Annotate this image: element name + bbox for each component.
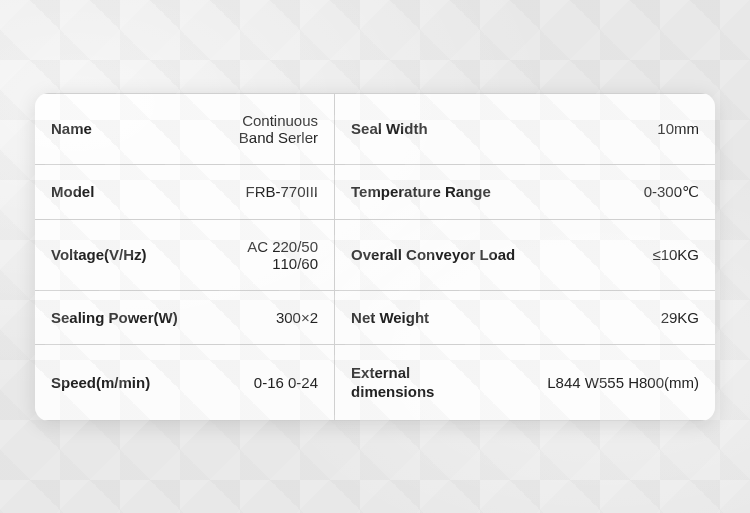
right-value-3: 29KG <box>531 290 715 344</box>
left-label-4: Speed(m/min) <box>35 344 194 420</box>
specs-card: NameContinuous Band SerlerSeal Width10mm… <box>35 93 715 421</box>
right-value-0: 10mm <box>531 93 715 164</box>
right-value-2: ≤10KG <box>531 219 715 290</box>
left-label-2: Voltage(V/Hz) <box>35 219 194 290</box>
right-label-2: Overall Conveyor Load <box>335 219 531 290</box>
left-value-3: 300×2 <box>194 290 334 344</box>
left-value-2: AC 220/50 110/60 <box>194 219 334 290</box>
right-label-4: External dimensions <box>335 344 531 420</box>
left-label-1: Model <box>35 164 194 219</box>
right-value-4: L844 W555 H800(mm) <box>531 344 715 420</box>
left-value-1: FRB-770III <box>194 164 334 219</box>
right-label-3: Net Weight <box>335 290 531 344</box>
left-value-4: 0-16 0-24 <box>194 344 334 420</box>
left-value-0: Continuous Band Serler <box>194 93 334 164</box>
left-label-3: Sealing Power(W) <box>35 290 194 344</box>
specs-table: NameContinuous Band SerlerSeal Width10mm… <box>35 93 715 421</box>
right-label-1: Temperature Range <box>335 164 531 219</box>
right-label-0: Seal Width <box>335 93 531 164</box>
left-label-0: Name <box>35 93 194 164</box>
right-value-1: 0-300℃ <box>531 164 715 219</box>
